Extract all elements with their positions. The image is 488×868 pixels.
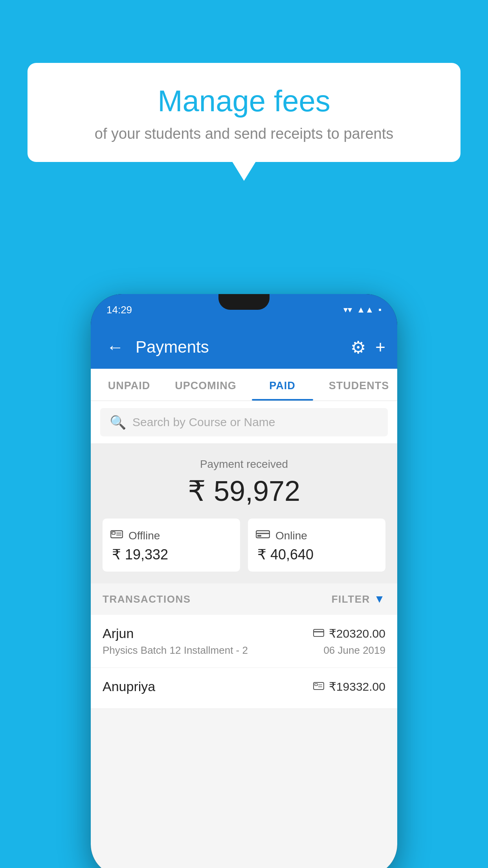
online-type: Online xyxy=(275,530,307,542)
offline-icon xyxy=(110,529,123,542)
offline-payment-card: Offline ₹ 19,332 xyxy=(103,519,240,572)
transaction-row[interactable]: Arjun ₹20320.00 Physics Batch 12 Install… xyxy=(91,615,397,668)
transaction-date: 06 June 2019 xyxy=(323,644,385,657)
tab-upcoming[interactable]: UPCOMING xyxy=(167,369,244,401)
offline-card-header: Offline xyxy=(110,529,232,542)
settings-button[interactable]: ⚙ xyxy=(350,337,366,357)
phone-notch xyxy=(218,294,270,310)
tabs-bar: UNPAID UPCOMING PAID STUDENTS xyxy=(91,369,397,401)
phone-screen: ← Payments ⚙ + UNPAID UPCOMING PAID STUD… xyxy=(91,326,397,868)
online-amount: ₹ 40,640 xyxy=(256,546,378,563)
transaction-row-bottom: Physics Batch 12 Installment - 2 06 June… xyxy=(103,644,385,657)
tab-students[interactable]: STUDENTS xyxy=(321,369,397,401)
search-container: 🔍 Search by Course or Name xyxy=(91,401,397,444)
payment-summary: Payment received ₹ 59,972 xyxy=(91,444,397,583)
status-bar: 14:29 ▾▾ ▲▲ ▪ xyxy=(91,294,397,326)
payment-total-amount: ₹ 59,972 xyxy=(103,474,385,508)
search-input[interactable]: Search by Course or Name xyxy=(132,416,275,429)
signal-icon: ▲▲ xyxy=(357,305,374,315)
online-card-header: Online xyxy=(256,529,378,542)
svg-rect-4 xyxy=(256,531,270,538)
status-time: 14:29 xyxy=(106,304,132,316)
svg-rect-10 xyxy=(315,684,317,686)
speech-bubble-container: Manage fees of your students and send re… xyxy=(28,63,460,162)
offline-amount: ₹ 19,332 xyxy=(110,546,232,563)
back-button[interactable]: ← xyxy=(103,333,128,361)
app-bar-actions: ⚙ + xyxy=(350,337,385,357)
filter-button[interactable]: FILTER ▼ xyxy=(332,593,385,605)
offline-type: Offline xyxy=(128,530,160,542)
online-payment-card: Online ₹ 40,640 xyxy=(248,519,385,572)
speech-bubble: Manage fees of your students and send re… xyxy=(28,63,460,162)
add-button[interactable]: + xyxy=(375,337,385,357)
transaction-amount-row: ₹19332.00 xyxy=(313,680,385,693)
payment-cards: Offline ₹ 19,332 xyxy=(103,519,385,572)
transaction-amount: ₹20320.00 xyxy=(329,627,385,640)
search-icon: 🔍 xyxy=(110,414,126,430)
phone-frame: 14:29 ▾▾ ▲▲ ▪ ← Payments ⚙ + UNPAID UPCO… xyxy=(91,294,397,868)
transactions-header: TRANSACTIONS FILTER ▼ xyxy=(91,583,397,615)
tab-paid[interactable]: PAID xyxy=(244,369,321,401)
transaction-amount-row: ₹20320.00 xyxy=(313,627,385,640)
online-icon xyxy=(256,529,270,542)
payment-received-label: Payment received xyxy=(103,458,385,471)
transaction-amount: ₹19332.00 xyxy=(329,680,385,693)
transaction-row-top: Arjun ₹20320.00 xyxy=(103,626,385,641)
tab-unpaid[interactable]: UNPAID xyxy=(91,369,167,401)
app-bar: ← Payments ⚙ + xyxy=(91,326,397,369)
wifi-icon: ▾▾ xyxy=(343,305,352,315)
search-bar[interactable]: 🔍 Search by Course or Name xyxy=(100,408,388,436)
bubble-subtitle: of your students and send receipts to pa… xyxy=(51,125,437,142)
transactions-label: TRANSACTIONS xyxy=(103,593,191,605)
transaction-row[interactable]: Anupriya ₹19332.00 xyxy=(91,668,397,709)
app-bar-title: Payments xyxy=(136,338,343,357)
filter-label: FILTER xyxy=(332,593,370,605)
status-icons: ▾▾ ▲▲ ▪ xyxy=(343,305,382,315)
transaction-name: Anupriya xyxy=(103,679,155,694)
filter-icon: ▼ xyxy=(374,593,385,605)
offline-payment-icon xyxy=(313,680,324,693)
svg-rect-7 xyxy=(314,629,324,636)
svg-rect-1 xyxy=(112,532,115,534)
transaction-row-top: Anupriya ₹19332.00 xyxy=(103,679,385,694)
battery-icon: ▪ xyxy=(378,305,382,315)
bubble-title: Manage fees xyxy=(51,85,437,118)
svg-rect-6 xyxy=(257,535,261,537)
online-payment-icon xyxy=(313,627,324,640)
transaction-course: Physics Batch 12 Installment - 2 xyxy=(103,644,248,657)
transaction-name: Arjun xyxy=(103,626,134,641)
